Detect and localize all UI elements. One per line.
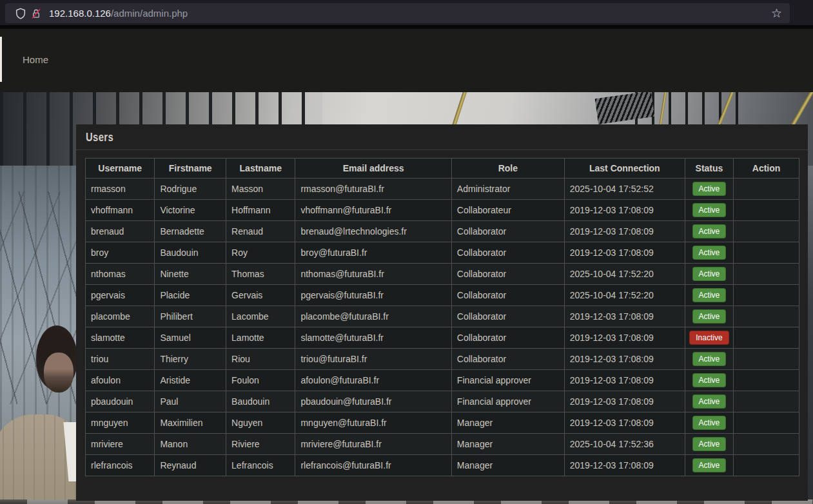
cell-last_connection: 2019-12-03 17:08:09 <box>564 200 685 221</box>
cell-username: mriviere <box>86 434 155 455</box>
cell-action <box>734 200 799 221</box>
cell-role: Manager <box>451 434 564 455</box>
cell-username: brenaud <box>86 221 155 242</box>
cell-status: Active <box>685 285 733 306</box>
cell-username: pgervais <box>86 285 155 306</box>
table-row: triouThierryRioutriou@futuraBI.frCollabo… <box>86 349 799 370</box>
table-row: rlefrancoisReynaudLefrancoisrlefrancois@… <box>86 455 799 476</box>
cell-role: Collaborator <box>451 242 564 264</box>
table-row: pgervaisPlacideGervaispgervais@futuraBI.… <box>86 285 799 306</box>
cell-email: slamotte@futuraBI.fr <box>295 327 451 349</box>
cell-last_connection: 2019-12-03 17:08:09 <box>564 412 685 434</box>
cell-last_connection: 2019-12-03 17:08:09 <box>564 370 685 391</box>
status-badge[interactable]: Active <box>692 437 727 451</box>
header-action: Action <box>734 159 799 179</box>
cell-email: broy@futuraBI.fr <box>295 242 451 264</box>
status-badge[interactable]: Active <box>692 352 727 366</box>
cell-role: Administrator <box>451 179 564 200</box>
cell-username: rmasson <box>86 179 155 200</box>
cell-firstname: Paul <box>155 391 226 412</box>
cell-role: Collaborator <box>451 221 564 242</box>
cell-status: Active <box>685 221 733 242</box>
users-table: Username Firstname Lastname Email addres… <box>85 158 799 476</box>
status-badge[interactable]: Inactive <box>689 331 729 345</box>
status-badge[interactable]: Active <box>692 224 727 238</box>
cell-status: Active <box>685 391 733 412</box>
users-table-wrap: Username Firstname Lastname Email addres… <box>76 150 808 476</box>
cell-lastname: Riviere <box>226 434 295 455</box>
cell-firstname: Samuel <box>155 327 226 349</box>
status-badge[interactable]: Active <box>692 373 727 387</box>
cell-last_connection: 2025-10-04 17:52:52 <box>564 179 685 200</box>
cell-last_connection: 2019-12-03 17:08:09 <box>564 327 685 349</box>
cell-email: mriviere@futuraBI.fr <box>295 434 451 455</box>
cell-status: Active <box>685 264 733 285</box>
status-badge[interactable]: Active <box>692 267 727 281</box>
cell-action <box>734 179 799 200</box>
cell-last_connection: 2019-12-03 17:08:09 <box>564 391 685 412</box>
cell-action <box>734 412 799 434</box>
photo-right-sliver <box>807 166 813 504</box>
panel-title-bar: Users <box>76 124 808 150</box>
cell-role: Financial approver <box>451 391 564 412</box>
users-panel: Users Username Firstname Lastname Email … <box>76 124 808 501</box>
cell-email: pgervais@futuraBI.fr <box>295 285 451 306</box>
cell-last_connection: 2019-12-03 17:08:09 <box>564 455 685 476</box>
left-accent-bar <box>0 37 2 82</box>
table-row: slamotteSamuelLamotteslamotte@futuraBI.f… <box>86 327 799 349</box>
cell-lastname: Nguyen <box>226 412 295 434</box>
address-host: 192.168.0.126 <box>49 8 111 19</box>
cell-email: brenaud@lrtechnologies.fr <box>295 221 451 242</box>
table-row: placombePhilibertLacombeplacombe@futuraB… <box>86 306 799 327</box>
status-badge[interactable]: Active <box>692 246 727 260</box>
cell-action <box>734 370 799 391</box>
status-badge[interactable]: Active <box>692 288 727 302</box>
cell-username: mnguyen <box>86 412 155 434</box>
cell-username: slamotte <box>86 327 155 349</box>
cell-last_connection: 2025-10-04 17:52:20 <box>564 264 685 285</box>
cell-firstname: Baudouin <box>155 242 226 264</box>
status-badge[interactable]: Active <box>692 458 727 472</box>
cell-lastname: Lefrancois <box>226 455 295 476</box>
cell-role: Collaborateur <box>451 200 564 221</box>
table-row: broyBaudouinRoybroy@futuraBI.frCollabora… <box>86 242 799 264</box>
header-firstname: Firstname <box>155 159 226 179</box>
insecure-lock-icon[interactable] <box>28 6 44 21</box>
cell-email: vhoffmann@futuraBI.fr <box>295 200 451 221</box>
cell-status: Active <box>685 242 733 264</box>
cell-username: broy <box>86 242 155 264</box>
cell-firstname: Bernadette <box>155 221 226 242</box>
cell-status: Active <box>685 370 733 391</box>
bookmark-star-icon[interactable]: ☆ <box>771 7 782 19</box>
cell-lastname: Hoffmann <box>226 200 295 221</box>
cell-status: Inactive <box>685 327 733 349</box>
cell-firstname: Victorine <box>155 200 226 221</box>
cell-status: Active <box>685 349 733 370</box>
cell-status: Active <box>685 306 733 327</box>
cell-email: placombe@futuraBI.fr <box>295 306 451 327</box>
cell-email: afoulon@futuraBI.fr <box>295 370 451 391</box>
cell-role: Collaborator <box>451 327 564 349</box>
table-row: mriviereManonRivieremriviere@futuraBI.fr… <box>86 434 799 455</box>
cell-lastname: Thomas <box>226 264 295 285</box>
status-badge[interactable]: Active <box>692 309 727 324</box>
status-badge[interactable]: Active <box>692 394 727 409</box>
cell-firstname: Reynaud <box>155 455 226 476</box>
cell-lastname: Roy <box>226 242 295 264</box>
cell-action <box>734 285 799 306</box>
shield-icon[interactable] <box>13 6 28 21</box>
status-badge[interactable]: Active <box>692 182 727 196</box>
nav-home-link[interactable]: Home <box>23 54 48 65</box>
url-bar[interactable]: 192.168.0.126/admin/admin.php ☆ <box>5 3 790 23</box>
status-badge[interactable]: Active <box>692 203 727 217</box>
cell-action <box>734 306 799 327</box>
cell-last_connection: 2025-10-04 17:52:20 <box>564 285 685 306</box>
cell-action <box>734 327 799 349</box>
cell-lastname: Renaud <box>226 221 295 242</box>
table-row: pbaudouinPaulBaudouinpbaudouin@futuraBI.… <box>86 391 799 412</box>
cell-email: rlefrancois@futuraBI.fr <box>295 455 451 476</box>
cell-action <box>734 264 799 285</box>
table-header-row: Username Firstname Lastname Email addres… <box>86 159 799 179</box>
cell-role: Financial approver <box>451 370 564 391</box>
status-badge[interactable]: Active <box>692 416 727 430</box>
